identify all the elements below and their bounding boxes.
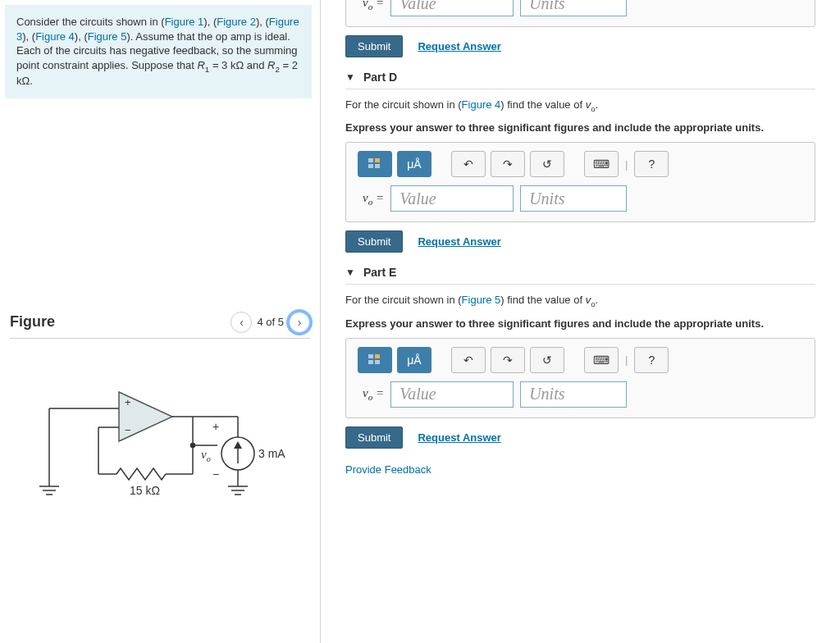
part-e-prompt: For the circuit shown in (Figure 5) find…	[345, 293, 815, 309]
svg-text:3 mA: 3 mA	[258, 447, 285, 460]
part-c-answer-box: ↺ ⌨ vo = Value Units	[345, 0, 815, 27]
part-d-submit-button[interactable]: Submit	[345, 230, 403, 253]
svg-text:+: +	[125, 396, 131, 408]
figure-1-link[interactable]: Figure 1	[165, 16, 204, 28]
vo-label: vo =	[358, 191, 384, 207]
provide-feedback-link[interactable]: Provide Feedback	[345, 463, 815, 476]
part-e-units-input[interactable]: Units	[520, 381, 627, 408]
help-icon[interactable]: ?	[634, 151, 669, 177]
part-d-prompt: For the circuit shown in (Figure 4) find…	[345, 98, 815, 114]
circuit-diagram: + −	[25, 363, 295, 519]
units-icon[interactable]: μÅ	[397, 347, 431, 373]
problem-statement: Consider the circuits shown in (Figure 1…	[5, 5, 312, 98]
vo-label: vo =	[358, 0, 384, 11]
undo-icon[interactable]: ↶	[451, 347, 486, 373]
part-d-answer-box: μÅ ↶ ↷ ↺ ⌨ | ? vo = Value Units	[345, 142, 815, 222]
caret-down-icon[interactable]: ▼	[345, 71, 355, 83]
svg-rect-35	[375, 354, 380, 358]
keyboard-icon[interactable]: ⌨	[584, 347, 619, 373]
part-e-figure-link[interactable]: Figure 5	[462, 294, 501, 306]
part-d-instructions: Express your answer to three significant…	[345, 121, 815, 135]
part-c-input-row: vo = Value Units	[358, 0, 803, 16]
svg-rect-34	[368, 354, 373, 358]
part-d-value-input[interactable]: Value	[390, 185, 514, 212]
svg-text:+: +	[212, 420, 219, 433]
figure-4-link[interactable]: Figure 4	[35, 30, 75, 43]
svg-text:−: −	[125, 424, 131, 436]
templates-icon[interactable]	[358, 347, 392, 373]
part-e-header[interactable]: ▼ Part E	[345, 266, 815, 285]
part-d-units-input[interactable]: Units	[520, 185, 627, 212]
svg-rect-33	[375, 164, 380, 168]
units-icon[interactable]: μÅ	[397, 151, 431, 177]
redo-icon[interactable]: ↷	[491, 151, 525, 177]
vo-label: vo =	[358, 386, 384, 402]
figure-title: Figure	[10, 313, 55, 331]
svg-rect-36	[368, 360, 373, 364]
redo-icon[interactable]: ↷	[491, 347, 525, 373]
templates-icon[interactable]	[358, 151, 392, 177]
help-icon[interactable]: ?	[634, 347, 669, 373]
svg-rect-30	[368, 158, 373, 162]
part-e-toolbar: μÅ ↶ ↷ ↺ ⌨ | ?	[358, 347, 803, 373]
part-e-submit-button[interactable]: Submit	[345, 426, 403, 449]
part-d-toolbar: μÅ ↶ ↷ ↺ ⌨ | ?	[358, 151, 803, 177]
text: Consider the circuits shown in (	[16, 16, 165, 28]
figure-pager: ‹ 4 of 5 ›	[231, 312, 310, 333]
part-e-title: Part E	[363, 266, 396, 279]
part-d-figure-link[interactable]: Figure 4	[462, 98, 501, 111]
part-d-title: Part D	[363, 71, 397, 84]
svg-text:−: −	[212, 467, 219, 481]
svg-rect-37	[375, 360, 380, 364]
figure-2-link[interactable]: Figure 2	[217, 16, 256, 28]
keyboard-icon[interactable]: ⌨	[584, 151, 619, 177]
caret-down-icon[interactable]: ▼	[345, 267, 355, 278]
figure-header: Figure ‹ 4 of 5 ›	[10, 312, 310, 339]
figure-5-link[interactable]: Figure 5	[88, 30, 127, 43]
svg-text:vo: vo	[201, 448, 211, 463]
part-c-value-input[interactable]: Value	[390, 0, 514, 16]
reset-icon[interactable]: ↺	[530, 151, 564, 177]
part-e-value-input[interactable]: Value	[390, 381, 514, 408]
svg-rect-31	[375, 158, 380, 162]
part-e-answer-box: μÅ ↶ ↷ ↺ ⌨ | ? vo = Value Units	[345, 338, 815, 418]
next-figure-button[interactable]: ›	[289, 312, 310, 333]
part-d-request-answer-link[interactable]: Request Answer	[418, 235, 500, 248]
part-c-units-input[interactable]: Units	[520, 0, 627, 16]
reset-icon[interactable]: ↺	[530, 347, 564, 373]
figure-page-label: 4 of 5	[257, 316, 284, 328]
part-c-submit-button[interactable]: Submit	[345, 35, 403, 57]
resistor-label: 15 kΩ	[130, 484, 160, 497]
part-e-instructions: Express your answer to three significant…	[345, 317, 815, 331]
part-c-request-answer-link[interactable]: Request Answer	[418, 40, 500, 52]
prev-figure-button[interactable]: ‹	[231, 312, 252, 333]
part-d-header[interactable]: ▼ Part D	[345, 71, 815, 89]
part-e-request-answer-link[interactable]: Request Answer	[418, 431, 500, 444]
undo-icon[interactable]: ↶	[451, 151, 486, 177]
svg-rect-32	[368, 164, 373, 168]
